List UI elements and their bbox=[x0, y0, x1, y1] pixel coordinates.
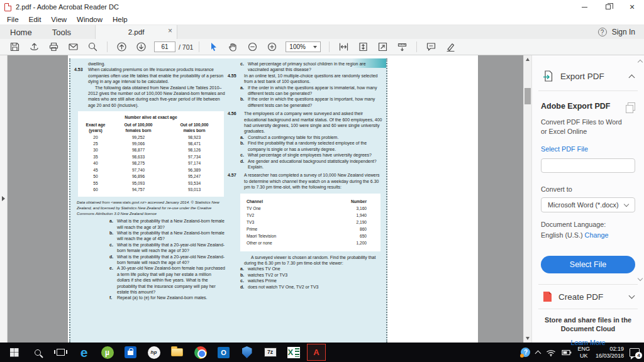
hand-tool-icon[interactable] bbox=[223, 40, 243, 55]
battery-icon[interactable] bbox=[562, 349, 572, 356]
utorrent-icon[interactable]: µ bbox=[96, 343, 119, 362]
restore-button[interactable] bbox=[596, 0, 620, 14]
outlook-icon[interactable]: O bbox=[212, 343, 235, 362]
minimize-button[interactable] bbox=[572, 0, 596, 14]
search-icon[interactable] bbox=[26, 343, 49, 362]
ms-store-icon[interactable] bbox=[119, 343, 142, 362]
question-item: c.What percentage of single employees ha… bbox=[240, 152, 384, 158]
restore-icon bbox=[606, 4, 611, 9]
menu-view[interactable]: View bbox=[46, 16, 72, 23]
table-cell: TV3 bbox=[247, 219, 335, 226]
tray-expand-icon[interactable] bbox=[535, 350, 541, 356]
tab-home[interactable]: Home bbox=[0, 25, 42, 39]
question-text: In an online test, 10 multiple-choice qu… bbox=[244, 73, 384, 85]
document-tab[interactable]: 2.pdf × bbox=[95, 25, 177, 39]
7zip-icon[interactable]: 7z bbox=[258, 343, 282, 362]
tab-close-icon[interactable]: × bbox=[168, 27, 172, 35]
select-file-button[interactable]: Select File bbox=[541, 256, 635, 273]
select-pdf-file-link[interactable]: Select PDF File bbox=[541, 145, 635, 153]
scroll-down-icon[interactable] bbox=[526, 337, 530, 340]
zoom-out-icon[interactable] bbox=[243, 40, 262, 55]
question-items: a.If the order in which the questions ap… bbox=[240, 85, 384, 109]
search-icon[interactable] bbox=[83, 40, 103, 55]
menu-help[interactable]: Help bbox=[108, 16, 133, 23]
next-page-icon[interactable] bbox=[131, 40, 151, 55]
minimize-icon bbox=[582, 7, 587, 8]
scroll-up-icon[interactable] bbox=[526, 58, 530, 61]
scrollbar-thumb[interactable] bbox=[525, 88, 531, 104]
comment-icon[interactable] bbox=[421, 40, 441, 55]
exercise-section: dwelling. 4.53 When calculating premiums… bbox=[69, 58, 387, 343]
table-cell: 96,389 bbox=[167, 167, 221, 173]
vertical-scrollbar[interactable] bbox=[523, 55, 531, 343]
table-cell: 99,252 bbox=[109, 134, 167, 141]
print-icon[interactable] bbox=[44, 40, 64, 55]
source-note: Data obtained from <www.stats.govt.nz> a… bbox=[77, 200, 225, 216]
table-cell: 98,471 bbox=[167, 141, 221, 147]
edge-icon[interactable]: e bbox=[72, 343, 96, 362]
sign-in-link[interactable]: Sign In bbox=[612, 28, 635, 36]
email-icon[interactable] bbox=[64, 40, 83, 55]
question-4-57: 4.57 A researcher has completed a survey… bbox=[228, 172, 384, 290]
task-view-icon[interactable] bbox=[49, 343, 72, 362]
create-pdf-section[interactable]: Create PDF bbox=[541, 285, 635, 309]
table-cell: TV One bbox=[247, 205, 335, 212]
table-cell: 97,174 bbox=[167, 160, 221, 167]
navigation-pane-strip[interactable] bbox=[0, 55, 8, 343]
change-language-link[interactable]: Change bbox=[585, 231, 609, 239]
panel-scroll-down-icon[interactable] bbox=[638, 276, 643, 281]
menu-file[interactable]: File bbox=[2, 16, 24, 23]
table-cell: 95,093 bbox=[109, 180, 167, 187]
page-total-label: / 701 bbox=[179, 43, 193, 51]
wifi-icon[interactable] bbox=[546, 349, 556, 356]
share-icon[interactable] bbox=[25, 40, 44, 55]
help-icon[interactable]: ? bbox=[598, 28, 607, 36]
help-assistant-icon[interactable]: ? bbox=[521, 348, 530, 357]
zoom-level-value: 100% bbox=[289, 43, 306, 50]
question-item: a.What is the probability that a New Zea… bbox=[109, 218, 225, 230]
table-cell: 1,200 bbox=[335, 239, 374, 246]
clock[interactable]: 02:19 16/03/2018 bbox=[596, 346, 624, 359]
copy-pages-icon bbox=[628, 102, 635, 111]
table-cell: 25 bbox=[82, 141, 109, 147]
start-icon[interactable] bbox=[3, 343, 26, 362]
selected-file-input[interactable] bbox=[541, 158, 635, 173]
fit-page-icon[interactable] bbox=[353, 40, 373, 55]
expand-panel-icon[interactable] bbox=[2, 196, 5, 201]
measure-tool-icon[interactable] bbox=[392, 40, 412, 55]
export-description: Convert PDF Files to Word or Excel Onlin… bbox=[541, 118, 626, 136]
menu-window[interactable]: Window bbox=[72, 16, 108, 23]
fit-width-icon[interactable] bbox=[334, 40, 353, 55]
acrobat-icon[interactable]: A bbox=[307, 344, 326, 361]
document-language-label: Document Language: bbox=[541, 221, 635, 228]
learn-more-link[interactable]: Learn More bbox=[541, 339, 635, 346]
highlight-icon[interactable] bbox=[441, 40, 460, 55]
table-cell: 45 bbox=[82, 167, 109, 173]
question-number: 4.57 bbox=[228, 172, 244, 190]
chevron-down-icon bbox=[624, 201, 629, 206]
export-pdf-header[interactable]: Export PDF bbox=[541, 55, 635, 90]
format-dropdown[interactable]: Microsoft Word (*.docx) bbox=[541, 197, 635, 212]
file-explorer-icon[interactable] bbox=[165, 343, 189, 362]
previous-page-icon[interactable] bbox=[112, 40, 131, 55]
zoom-level-dropdown[interactable]: 100% bbox=[286, 41, 321, 52]
fullscreen-icon[interactable] bbox=[373, 40, 392, 55]
save-icon[interactable] bbox=[5, 40, 25, 55]
menu-edit[interactable]: Edit bbox=[24, 16, 47, 23]
tab-tools[interactable]: Tools bbox=[42, 25, 81, 39]
table-cell: 3,160 bbox=[335, 205, 374, 212]
zoom-in-icon[interactable] bbox=[262, 40, 282, 55]
table-cell: 95,247 bbox=[167, 173, 221, 180]
hp-icon[interactable]: hp bbox=[142, 343, 165, 362]
security-app-icon[interactable] bbox=[235, 343, 258, 362]
question-item: d.does not watch TV One, TV2 or TV3 bbox=[240, 284, 384, 290]
excel-icon[interactable]: X bbox=[282, 343, 305, 362]
close-button[interactable]: × bbox=[620, 0, 644, 14]
page-number-input[interactable]: 61 bbox=[154, 41, 175, 52]
panel-scroll-up-icon[interactable] bbox=[638, 60, 643, 65]
select-tool-icon[interactable] bbox=[204, 40, 223, 55]
notifications-icon[interactable]: 4 bbox=[630, 348, 640, 357]
language-indicator[interactable]: ENG UK bbox=[577, 346, 590, 359]
chrome-icon[interactable] bbox=[189, 343, 212, 362]
toolbar-separator bbox=[329, 41, 330, 52]
